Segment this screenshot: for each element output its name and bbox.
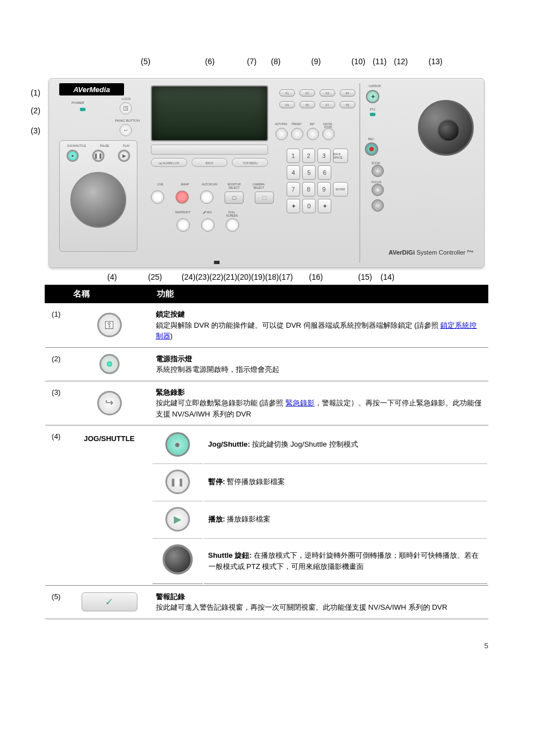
row-desc: 電源指示燈 系統控制器電源開啟時，指示燈會亮起 — [151, 347, 488, 381]
usb-port-icon — [214, 261, 220, 264]
callout-16: (16) — [309, 272, 323, 281]
cursor-button[interactable]: ✦ — [366, 90, 379, 103]
live-button[interactable] — [151, 190, 164, 204]
key-9[interactable]: 9 — [317, 182, 331, 197]
table-row: (5) ✓ 警報記錄 按此鍵可進入警告記錄視窗，再按一次可關閉視窗。此功能僅支援… — [45, 585, 488, 619]
callout-9: (9) — [311, 57, 321, 66]
jog-shuttle-button[interactable]: ● — [66, 150, 79, 162]
zoom-label: ZOOM — [372, 161, 384, 165]
top-bar[interactable] — [151, 145, 268, 155]
key-0[interactable]: 0 — [302, 199, 316, 213]
play-button[interactable]: ▶ — [118, 150, 130, 162]
play-label: PLAY — [123, 144, 130, 147]
panic-button[interactable]: ↩ — [120, 124, 132, 136]
autopan-button[interactable] — [275, 128, 288, 140]
callout-24-17: (24)(23)(22)(21)(20)(19)(18)(17) — [182, 272, 293, 281]
key-3[interactable]: 3 — [317, 149, 331, 163]
row-name-cell: JOG/SHUTTLE — [68, 425, 151, 586]
th-blank — [45, 285, 68, 303]
emap-button[interactable] — [175, 190, 189, 204]
key-6[interactable]: 6 — [318, 165, 331, 180]
digital-zoom-button[interactable] — [322, 128, 335, 140]
brand-plate: AVerMedia — [59, 83, 124, 95]
key-1[interactable]: 1 — [287, 149, 300, 163]
key-4[interactable]: 4 — [287, 165, 300, 180]
panic-link[interactable]: 緊急錄影 — [285, 399, 315, 407]
key-2[interactable]: 2 — [302, 149, 316, 163]
callout-2: (2) — [31, 106, 40, 115]
panic-label: PANIC BUTTON — [115, 119, 140, 122]
camera-select-button[interactable]: ⬚ — [255, 192, 274, 204]
row-icon-cell — [68, 347, 151, 381]
set-button[interactable] — [307, 128, 319, 140]
row-desc: 警報記錄 按此鍵可進入警告記錄視窗，再按一次可關閉視窗。此功能僅支援 NV/SA… — [151, 585, 488, 619]
focus-label: FOCUS — [372, 180, 384, 184]
fullscreen-button[interactable] — [226, 218, 239, 232]
pause-label: PAUSE — [100, 144, 110, 147]
key-star-r[interactable]: ✦ — [318, 199, 331, 213]
focus-plus-button[interactable]: ✦ — [372, 184, 384, 196]
f1-button[interactable]: F1 — [279, 89, 295, 97]
autoscan-button[interactable] — [200, 190, 213, 204]
joystick[interactable] — [418, 100, 474, 156]
panic-icon: ↪ — [97, 391, 122, 415]
zoom-in-button[interactable]: + — [372, 165, 384, 177]
power-label: POWER — [72, 101, 84, 104]
callout-3: (3) — [31, 126, 40, 135]
device-body: AVerMedia POWER LOCK ⚿ PANIC BUTTON ↩ F1… — [49, 78, 484, 268]
f3-button[interactable]: F3 — [320, 89, 335, 97]
callout-5: (5) — [141, 57, 150, 66]
callout-4: (4) — [107, 272, 117, 281]
jog-panel: JOG/SHUTTLE PAUSE PLAY ● ❚❚ ▶ — [59, 140, 137, 252]
monitor-select-button[interactable]: ▢ — [225, 192, 244, 204]
row-icon-cell: ↪ — [68, 381, 151, 425]
row-num: (2) — [45, 347, 68, 381]
jog-wheel[interactable] — [70, 172, 126, 228]
callout-8: (8) — [271, 57, 280, 66]
play-icon: ▶ — [165, 507, 190, 532]
callout-1: (1) — [31, 88, 40, 97]
f6-button[interactable]: F6 — [299, 101, 315, 108]
rec-button[interactable] — [365, 142, 378, 156]
key-star-l[interactable]: ✦ — [287, 199, 300, 213]
row-num: (3) — [45, 381, 68, 425]
lock-button[interactable]: ⚿ — [120, 102, 132, 114]
lock-icon: ⚿ — [123, 106, 129, 111]
back-button[interactable]: BACK — [192, 158, 228, 167]
top-menu-button[interactable]: TOP MENU — [232, 158, 268, 167]
key-enter[interactable]: ENTER — [333, 182, 348, 197]
right-brand: AVerDiGi System Controller ᴾʳᵒ — [389, 249, 474, 256]
f5-button[interactable]: F5 — [279, 101, 295, 108]
callout-10: (10) — [351, 57, 365, 66]
alarm-log-button[interactable]: (●) ALARM LOG — [151, 158, 187, 167]
mic-button[interactable] — [201, 218, 215, 232]
f8-button[interactable]: F8 — [340, 101, 355, 108]
key-backspace[interactable]: BACK SPACE — [333, 149, 348, 163]
f7-button[interactable]: F7 — [320, 101, 335, 108]
th-func: 功能 — [151, 285, 488, 303]
callout-15: (15) — [358, 272, 372, 281]
alarm-log-pill-icon: ✓ — [82, 592, 137, 611]
preset-button[interactable] — [291, 128, 303, 140]
callout-11: (11) — [373, 57, 387, 66]
row-num: (1) — [45, 303, 68, 348]
focus-minus-button[interactable]: − — [372, 199, 384, 212]
row-desc: 緊急錄影 按此鍵可立即啟動緊急錄影功能 (請參照 緊急錄影，警報設定）。再按一下… — [151, 381, 488, 425]
table-row: (4) JOG/SHUTTLE ● Jog/Shuttle: 按此鍵切換 Jog… — [45, 425, 488, 586]
f2-button[interactable]: F2 — [299, 89, 315, 97]
th-name: 名稱 — [68, 285, 151, 303]
callout-7: (7) — [247, 57, 256, 66]
snapshot-button[interactable] — [177, 218, 190, 232]
key-5[interactable]: 5 — [302, 165, 316, 180]
shuttle-wheel-icon — [163, 544, 193, 575]
lock-label: LOCK — [122, 97, 131, 101]
key-7[interactable]: 7 — [287, 182, 300, 197]
callout-14: (14) — [380, 272, 394, 281]
ptz-led — [370, 113, 375, 116]
jog-shuttle-icon: ● — [165, 432, 190, 457]
key-8[interactable]: 8 — [302, 182, 316, 197]
lock-key-icon: ⚿ — [97, 313, 122, 337]
pause-button[interactable]: ❚❚ — [92, 150, 104, 162]
f4-button[interactable]: F4 — [340, 89, 355, 97]
row-num: (5) — [45, 585, 68, 619]
